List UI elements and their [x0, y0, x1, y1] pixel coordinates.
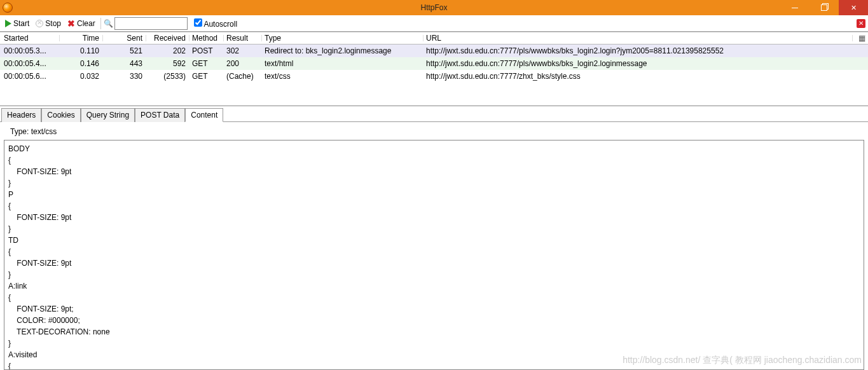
- cell-received: 592: [149, 59, 192, 68]
- clear-button[interactable]: ✖ Clear: [65, 18, 98, 29]
- titlebar: HttpFox: [0, 0, 868, 15]
- close-button[interactable]: [839, 0, 868, 15]
- cell-result: 302: [226, 46, 265, 55]
- cell-result: (Cache): [226, 72, 265, 81]
- cell-method: POST: [192, 46, 226, 55]
- toolbar-separator: [100, 18, 101, 29]
- firefox-icon: [3, 3, 13, 13]
- cell-started: 00:00:05.6...: [4, 72, 62, 81]
- start-label: Start: [13, 19, 29, 28]
- cell-url: http://jwxt.sdu.edu.cn:7777/pls/wwwbks/b…: [426, 46, 855, 55]
- grid-header: Started Time Sent Received Method Result…: [0, 32, 868, 45]
- content-body[interactable]: BODY { FONT-SIZE: 9pt } P { FONT-SIZE: 9…: [4, 140, 864, 370]
- content-type-label: Type: text/css: [4, 126, 864, 140]
- cell-type: text/html: [265, 59, 426, 68]
- clear-label: Clear: [77, 19, 95, 28]
- col-time[interactable]: Time: [62, 34, 106, 43]
- cell-sent: 443: [106, 59, 149, 68]
- grid-blank-area: [0, 83, 868, 106]
- cell-received: 202: [149, 46, 192, 55]
- cell-sent: 330: [106, 72, 149, 81]
- cell-sent: 521: [106, 46, 149, 55]
- col-type[interactable]: Type: [265, 34, 426, 43]
- col-started[interactable]: Started: [4, 34, 62, 43]
- tab-content[interactable]: Content: [185, 108, 223, 122]
- window-title: HttpFox: [420, 3, 447, 12]
- content-panel: Type: text/css BODY { FONT-SIZE: 9pt } P…: [0, 122, 868, 370]
- cell-time: 0.146: [62, 59, 106, 68]
- col-url[interactable]: URL: [426, 34, 855, 43]
- search-input[interactable]: [114, 17, 188, 30]
- detail-tabs: Headers Cookies Query String POST Data C…: [0, 106, 868, 122]
- tab-cookies[interactable]: Cookies: [41, 108, 80, 122]
- start-button[interactable]: Start: [3, 18, 32, 29]
- autoscroll-toggle[interactable]: Autoscroll: [194, 18, 237, 29]
- cell-time: 0.110: [62, 46, 106, 55]
- panel-close-button[interactable]: ✕: [857, 19, 865, 28]
- cell-type: text/css: [265, 72, 426, 81]
- cell-started: 00:00:05.4...: [4, 59, 62, 68]
- tab-post-data[interactable]: POST Data: [135, 108, 185, 122]
- search-icon: 🔍: [104, 19, 113, 28]
- stop-label: Stop: [45, 19, 61, 28]
- stop-button[interactable]: Stop: [33, 18, 64, 29]
- maximize-button[interactable]: [809, 0, 839, 15]
- col-sent[interactable]: Sent: [106, 34, 149, 43]
- col-received[interactable]: Received: [149, 34, 192, 43]
- cell-result: 200: [226, 59, 265, 68]
- table-row[interactable]: 00:00:05.3... 0.110 521 202 POST 302 Red…: [0, 45, 868, 57]
- cell-started: 00:00:05.3...: [4, 46, 62, 55]
- stop-icon: [36, 20, 43, 27]
- column-config-icon[interactable]: ▦: [855, 34, 868, 43]
- autoscroll-checkbox[interactable]: [194, 18, 202, 27]
- toolbar: Start Stop ✖ Clear 🔍 Autoscroll ✕: [0, 15, 868, 32]
- col-method[interactable]: Method: [192, 34, 226, 43]
- autoscroll-label: Autoscroll: [203, 20, 237, 29]
- request-grid: Started Time Sent Received Method Result…: [0, 32, 868, 106]
- minimize-button[interactable]: [780, 0, 809, 15]
- cell-url: http://jwxt.sdu.edu.cn:7777/pls/wwwbks/b…: [426, 59, 855, 68]
- tab-query-string[interactable]: Query String: [81, 108, 135, 122]
- cell-url: http://jwxt.sdu.edu.cn:7777/zhxt_bks/sty…: [426, 72, 855, 81]
- clear-icon: ✖: [67, 19, 75, 28]
- window-controls: [780, 0, 868, 15]
- cell-time: 0.032: [62, 72, 106, 81]
- table-row[interactable]: 00:00:05.6... 0.032 330 (2533) GET (Cach…: [0, 70, 868, 83]
- play-icon: [5, 20, 11, 27]
- table-row[interactable]: 00:00:05.4... 0.146 443 592 GET 200 text…: [0, 57, 868, 70]
- cell-received: (2533): [149, 72, 192, 81]
- tab-headers[interactable]: Headers: [1, 108, 41, 122]
- col-result[interactable]: Result: [226, 34, 265, 43]
- cell-type: Redirect to: bks_login2.loginmessage: [265, 46, 426, 55]
- cell-method: GET: [192, 59, 226, 68]
- cell-method: GET: [192, 72, 226, 81]
